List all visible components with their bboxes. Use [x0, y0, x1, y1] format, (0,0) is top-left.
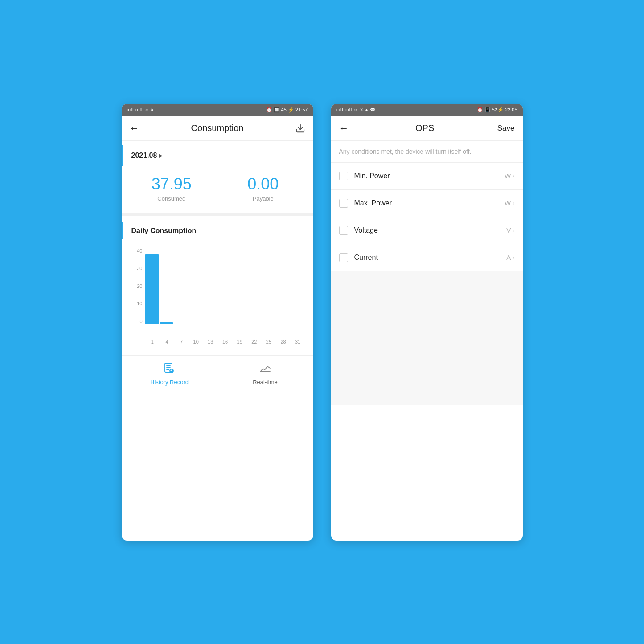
- tab-history-record[interactable]: History Record: [122, 362, 217, 386]
- page-title-consumption: Consumption: [143, 123, 292, 133]
- ops-label-min-power: Min. Power: [354, 172, 505, 180]
- ops-item-max-power[interactable]: Max. Power W ›: [331, 190, 523, 217]
- tab-history-label: History Record: [150, 379, 189, 386]
- back-button[interactable]: ←: [130, 123, 143, 134]
- chevron-min-power-icon: ›: [513, 172, 514, 179]
- payable-label: Payable: [253, 195, 274, 202]
- left-phone: ᵢull ᵢull ≋ ✕ ⏰ 🔲 45 ⚡ 21:57 ← Consumpti…: [122, 104, 313, 541]
- daily-section-header: Daily Consumption: [122, 222, 313, 239]
- chevron-max-power-icon: ›: [513, 200, 514, 206]
- bar-chart: 0 10 20 30 40: [122, 244, 313, 342]
- payable-block: 0.00 Payable: [217, 175, 309, 202]
- ops-item-current[interactable]: Current A ›: [331, 244, 523, 271]
- y-label-20: 20: [130, 283, 145, 289]
- month-header[interactable]: 2021.08 ▶: [122, 145, 313, 166]
- x-label-25: 25: [262, 339, 276, 345]
- chart-area: 0 10 20 30 40: [130, 248, 305, 337]
- ops-item-voltage[interactable]: Voltage V ›: [331, 217, 523, 244]
- x-label-28: 28: [276, 339, 291, 345]
- section-divider: [122, 213, 313, 216]
- chevron-voltage-icon: ›: [513, 227, 514, 234]
- x-label-22: 22: [247, 339, 262, 345]
- y-label-10: 10: [130, 301, 145, 306]
- realtime-icon: [259, 362, 271, 377]
- daily-section-title: Daily Consumption: [131, 227, 197, 235]
- month-arrow: ▶: [159, 152, 163, 159]
- ops-description: Any conditions met, the device will turn…: [331, 141, 523, 163]
- consumed-value: 37.95: [152, 175, 192, 193]
- signal-icons-right: ᵢull ᵢull ≋ ✕ ● ☎: [336, 107, 376, 112]
- payable-value: 0.00: [247, 175, 279, 193]
- x-label-1: 1: [145, 339, 160, 345]
- checkbox-min-power[interactable]: [339, 172, 348, 180]
- x-label-19: 19: [232, 339, 247, 345]
- ops-unit-min-power: W: [505, 172, 511, 180]
- status-bar-left: ᵢull ᵢull ≋ ✕ ⏰ 🔲 45 ⚡ 21:57: [122, 104, 313, 116]
- ops-bottom-area: [331, 271, 523, 405]
- tab-realtime-label: Real-time: [253, 379, 278, 386]
- month-text: 2021.08: [131, 152, 157, 160]
- tab-realtime[interactable]: Real-time: [217, 362, 313, 386]
- x-label-10: 10: [189, 339, 203, 345]
- consumed-label: Consumed: [157, 195, 185, 202]
- x-label-7: 7: [174, 339, 189, 345]
- status-left-icons: ᵢull ᵢull ≋ ✕: [127, 107, 154, 112]
- consumed-block: 37.95 Consumed: [126, 175, 217, 202]
- history-record-icon: [163, 362, 176, 377]
- checkbox-voltage[interactable]: [339, 226, 348, 235]
- y-axis: 0 10 20 30 40: [130, 248, 145, 324]
- ops-label-max-power: Max. Power: [354, 199, 505, 207]
- ops-unit-voltage: V: [506, 226, 511, 234]
- x-label-4: 4: [160, 339, 174, 345]
- checkbox-max-power[interactable]: [339, 199, 348, 208]
- ops-unit-current: A: [506, 254, 511, 261]
- signal-icons: ᵢull ᵢull ≋ ✕: [127, 107, 154, 112]
- bars-row: [145, 248, 305, 324]
- ops-list: Min. Power W › Max. Power W › Voltage V …: [331, 163, 523, 271]
- save-button[interactable]: Save: [497, 124, 515, 133]
- y-label-30: 30: [130, 266, 145, 271]
- bar-2: [160, 322, 173, 324]
- ops-back-button[interactable]: ←: [339, 123, 353, 134]
- x-label-31: 31: [291, 339, 305, 345]
- tab-bar: History Record Real-time: [122, 355, 313, 390]
- y-label-40: 40: [130, 248, 145, 254]
- status-bar-right: ᵢull ᵢull ≋ ✕ ● ☎ ⏰ 📳 52⚡ 22:05: [331, 104, 523, 116]
- ops-label-voltage: Voltage: [354, 226, 507, 234]
- time-display: ⏰ 🔲 45 ⚡ 21:57: [266, 107, 308, 113]
- ops-item-min-power[interactable]: Min. Power W ›: [331, 163, 523, 190]
- x-label-16: 16: [218, 339, 233, 345]
- chart-inner: [145, 248, 305, 324]
- nav-bar-left: ← Consumption: [122, 116, 313, 141]
- y-label-0: 0: [130, 319, 145, 324]
- bar-1: [145, 254, 159, 324]
- checkbox-current[interactable]: [339, 253, 348, 262]
- ops-unit-max-power: W: [505, 199, 511, 207]
- time-display-right: ⏰ 📳 52⚡ 22:05: [477, 107, 517, 113]
- x-axis: 1 4 7 10 13 16 19 22 25 28 31: [145, 337, 305, 345]
- status-left-icons-right: ᵢull ᵢull ≋ ✕ ● ☎: [336, 107, 376, 112]
- stats-row: 37.95 Consumed 0.00 Payable: [122, 166, 313, 206]
- right-phone: ᵢull ᵢull ≋ ✕ ● ☎ ⏰ 📳 52⚡ 22:05 ← OPS Sa…: [331, 104, 523, 541]
- ops-label-current: Current: [354, 254, 507, 262]
- chevron-current-icon: ›: [513, 254, 514, 261]
- status-right-info-right: ⏰ 📳 52⚡ 22:05: [477, 107, 517, 113]
- status-right-info: ⏰ 🔲 45 ⚡ 21:57: [266, 107, 308, 113]
- download-icon[interactable]: [292, 123, 305, 133]
- page-title-ops: OPS: [353, 123, 497, 133]
- nav-bar-right: ← OPS Save: [331, 116, 523, 141]
- x-label-13: 13: [203, 339, 218, 345]
